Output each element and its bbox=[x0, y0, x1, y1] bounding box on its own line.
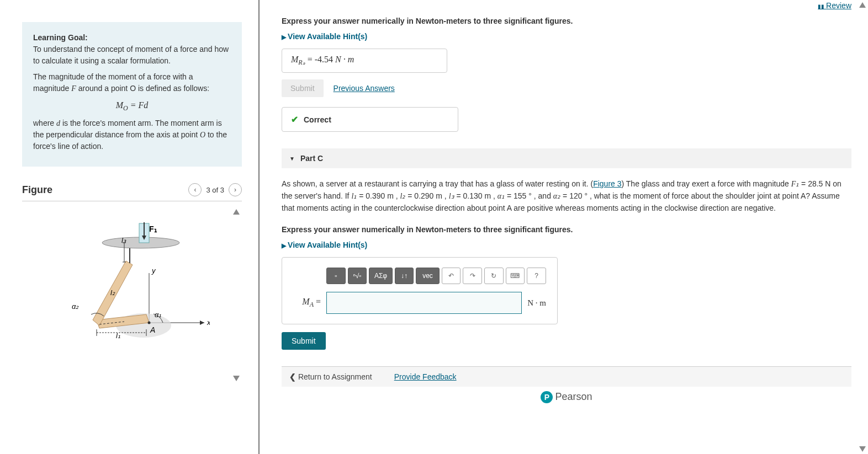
previous-answers-link[interactable]: Previous Answers bbox=[334, 84, 395, 93]
figure-diagram: x y F₁ bbox=[33, 212, 210, 356]
answer-unit: N · m bbox=[527, 298, 546, 308]
pearson-logo: PPearson bbox=[282, 391, 851, 403]
answer-input-panel: ▫ ⁿ√▫ ΑΣφ ↓↑ vec ↶ ↷ ↻ ⌨ ? MA = N · m bbox=[282, 257, 558, 324]
svg-text:y: y bbox=[151, 266, 156, 275]
check-icon: ✔ bbox=[291, 114, 298, 125]
figure-viewport: x y F₁ bbox=[22, 207, 242, 383]
goal-heading: Learning Goal: bbox=[33, 33, 88, 42]
provide-feedback-link[interactable]: Provide Feedback bbox=[394, 372, 457, 381]
partb-hints-toggle[interactable]: View Available Hint(s) bbox=[282, 32, 367, 41]
correct-feedback: ✔ Correct bbox=[282, 107, 458, 132]
svg-marker-1 bbox=[200, 321, 204, 325]
figure-next-button[interactable]: › bbox=[229, 183, 242, 196]
figure-counter: 3 of 3 bbox=[206, 186, 224, 194]
return-to-assignment-link[interactable]: Return to Assignment bbox=[289, 372, 372, 381]
scroll-up-icon[interactable] bbox=[233, 209, 240, 215]
svg-text:F₁: F₁ bbox=[149, 225, 157, 233]
tool-greek-button[interactable]: ΑΣφ bbox=[369, 268, 392, 284]
partc-header[interactable]: ▼ Part C bbox=[282, 148, 851, 168]
figure-title: Figure bbox=[22, 184, 52, 196]
partb-answer-display: MRₐ = -4.54 N · m bbox=[282, 49, 447, 73]
partb-submit-button: Submit bbox=[282, 79, 324, 97]
partc-hints-toggle[interactable]: View Available Hint(s) bbox=[282, 241, 367, 249]
partc-submit-button[interactable]: Submit bbox=[282, 332, 326, 350]
figure3-link[interactable]: Figure 3 bbox=[593, 179, 621, 188]
partb-instruction: Express your answer numerically in Newto… bbox=[282, 17, 851, 25]
formula: MO = Fd bbox=[33, 99, 231, 113]
tool-sqrt-button[interactable]: ⁿ√▫ bbox=[348, 268, 367, 284]
partc-problem-text: As shown, a server at a restaurant is ca… bbox=[282, 178, 851, 214]
tool-keyboard-button[interactable]: ⌨ bbox=[506, 268, 525, 284]
review-link[interactable]: Review bbox=[818, 1, 851, 10]
scroll-down-icon[interactable] bbox=[233, 376, 240, 381]
svg-text:l₃: l₃ bbox=[121, 236, 126, 244]
main-scroll-up-icon[interactable] bbox=[859, 2, 866, 8]
footer-bar: Return to Assignment Provide Feedback bbox=[282, 366, 851, 387]
pearson-icon: P bbox=[541, 391, 553, 403]
tool-redo-button[interactable]: ↷ bbox=[463, 268, 482, 284]
partc-instruction: Express your answer numerically in Newto… bbox=[282, 225, 851, 234]
tool-reset-button[interactable]: ↻ bbox=[484, 268, 504, 284]
tool-undo-button[interactable]: ↶ bbox=[442, 268, 461, 284]
answer-variable-label: MA = bbox=[293, 297, 321, 309]
tool-template-button[interactable]: ▫ bbox=[326, 268, 346, 284]
svg-point-24 bbox=[148, 322, 151, 324]
svg-text:α₂: α₂ bbox=[72, 302, 79, 311]
tool-arrows-button[interactable]: ↓↑ bbox=[395, 268, 414, 284]
goal-intro: To understand the concept of moment of a… bbox=[33, 45, 229, 65]
svg-text:A: A bbox=[150, 325, 155, 334]
svg-text:l₂: l₂ bbox=[110, 289, 115, 297]
partc-answer-input[interactable] bbox=[326, 292, 522, 314]
collapse-icon: ▼ bbox=[289, 156, 295, 162]
tool-vec-button[interactable]: vec bbox=[416, 268, 439, 284]
main-scroll-down-icon[interactable] bbox=[859, 446, 866, 452]
figure-prev-button[interactable]: ‹ bbox=[188, 183, 202, 196]
svg-text:x: x bbox=[207, 318, 210, 327]
tool-help-button[interactable]: ? bbox=[527, 268, 546, 284]
learning-goal-box: Learning Goal: To understand the concept… bbox=[22, 22, 242, 167]
